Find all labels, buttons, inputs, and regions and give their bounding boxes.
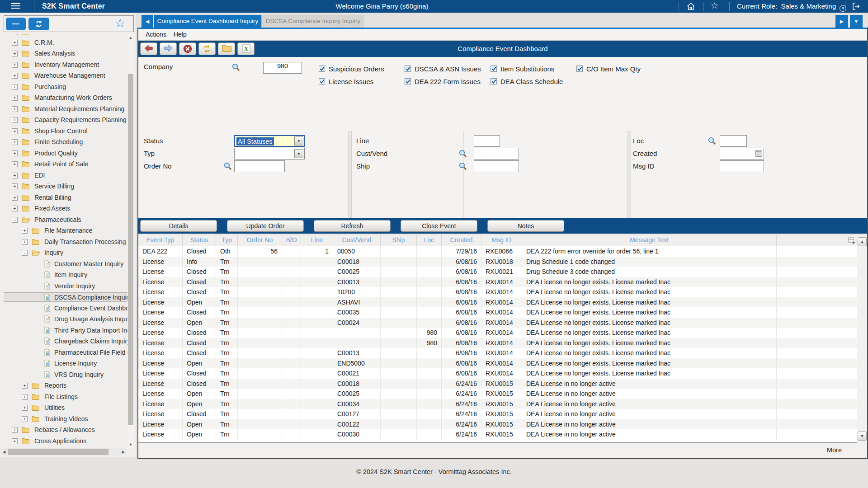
tree-expander[interactable]: + xyxy=(22,416,28,422)
tree-expander[interactable]: + xyxy=(12,84,18,90)
tree-expander[interactable]: - xyxy=(22,250,28,256)
tree-item-daily-transaction-processing[interactable]: +Daily Transaction Processing xyxy=(4,237,127,247)
tree-item-file-listings[interactable]: +File Listings xyxy=(4,392,127,402)
checkbox-dscsa-asn-issues[interactable] xyxy=(405,66,411,72)
column-header-ship[interactable]: Ship xyxy=(381,235,417,246)
refresh-tree-button[interactable] xyxy=(28,18,49,30)
line-input[interactable] xyxy=(474,135,500,147)
grid-row[interactable]: LicenseClosedTrnC000256/08/16RXU0021Drug… xyxy=(138,267,857,277)
favorite-star-icon[interactable]: ☆ xyxy=(711,0,721,10)
dropdown-arrow-icon[interactable]: ▼ xyxy=(294,149,303,158)
menu-actions[interactable]: Actions xyxy=(146,29,166,40)
loc-input[interactable] xyxy=(720,135,747,147)
tree-item-file-maintenance[interactable]: +File Maintenance xyxy=(4,226,127,235)
scroll-left-icon[interactable]: ◀ xyxy=(1,450,7,454)
tree-expander[interactable]: + xyxy=(12,150,18,156)
grid-row[interactable]: LicenseClosedTrn9806/08/16RXU0014DEA Lic… xyxy=(138,328,857,338)
checkbox-dea-class-schedule[interactable] xyxy=(491,78,497,84)
tree-expander[interactable]: + xyxy=(12,173,18,178)
tree-item-chargeback-claims-inquiry[interactable]: Chargeback Claims Inquiry xyxy=(4,337,127,346)
tree-item-third-party-data-import-inquiry[interactable]: Third Party Data Import Inquiry xyxy=(4,326,127,335)
tree-item-capacity-requirements-planning[interactable]: +Capacity Requirements Planning xyxy=(4,115,127,125)
tree-expander[interactable]: + xyxy=(22,383,28,389)
menu-help[interactable]: Help xyxy=(174,29,187,40)
order-no-input[interactable] xyxy=(234,160,285,172)
grid-row[interactable]: LicenseOpenTrnC000306/24/16RXU0015DEA Li… xyxy=(138,429,857,440)
cust-vend-input[interactable] xyxy=(474,148,519,160)
tree-item-vrs-drug-inquiry[interactable]: VRS Drug Inquiry xyxy=(4,370,127,380)
checkbox-item-substitutions[interactable] xyxy=(491,66,497,72)
tree-expander[interactable]: - xyxy=(12,217,18,223)
grid-row[interactable]: LicenseClosedTrnC000356/08/16RXU0014DEA … xyxy=(138,307,857,318)
tree-item-compliance-event-dashboard[interactable]: Compliance Event Dashboard xyxy=(4,304,127,313)
back-arrow-button[interactable] xyxy=(140,42,157,55)
checkbox-suspicious-orders[interactable] xyxy=(319,66,325,72)
tree-item-retail-point-of-sale[interactable]: +Retail Point of Sale xyxy=(4,160,127,169)
ship-input[interactable] xyxy=(474,160,519,172)
refresh-button[interactable]: Refresh xyxy=(314,220,391,232)
menu-hamburger-icon[interactable] xyxy=(11,3,20,9)
tree-item-material-requirements-planning[interactable]: +Material Requirements Planning xyxy=(4,104,127,114)
tree-item-utilities[interactable]: +Utilities xyxy=(4,403,127,413)
tree-vertical-scrollbar[interactable]: ▲ ▼ xyxy=(127,34,134,448)
tree-item-reports[interactable]: +Reports xyxy=(4,381,127,390)
cust-vend-search-icon[interactable] xyxy=(458,149,467,158)
column-header-order-no[interactable]: Order No xyxy=(238,235,282,246)
grid-row[interactable]: LicenseClosedTrnC001276/24/16RXU0015DEA … xyxy=(138,409,857,419)
typ-dropdown[interactable]: ▼ xyxy=(234,148,305,160)
tree-expander[interactable]: + xyxy=(12,195,18,201)
tree-item-fixed-assets[interactable]: +Fixed Assets xyxy=(4,204,127,213)
more-link[interactable]: More xyxy=(827,443,842,457)
tree-expander[interactable]: + xyxy=(12,73,18,79)
tree-expander[interactable]: + xyxy=(12,34,18,35)
tree-item-c-r-m-[interactable]: +C.R.M. xyxy=(4,38,127,47)
current-role[interactable]: Current Role: Sales & Marketing▼ xyxy=(737,0,846,13)
tree-expander[interactable]: + xyxy=(12,427,18,433)
home-icon[interactable] xyxy=(686,1,696,11)
column-header-b-o[interactable]: B/O xyxy=(282,235,301,246)
tree-item-vendor-inquiry[interactable]: Vendor Inquiry xyxy=(4,282,127,291)
grid-row[interactable]: LicenseOpenTrnC000346/24/16RXU0015DEA Li… xyxy=(138,399,857,409)
tree-horizontal-scrollbar[interactable]: ◀ ▶ xyxy=(1,448,127,455)
tree-expander[interactable]: + xyxy=(12,206,18,211)
tree-expander[interactable]: + xyxy=(22,228,28,234)
column-header-status[interactable]: Status xyxy=(183,235,216,246)
column-header-cust-vend[interactable]: Cust/Vend xyxy=(333,235,381,246)
grid-row[interactable]: LicenseClosedTrn102006/08/16RXU0014DEA L… xyxy=(138,287,857,297)
tree-item-pharmaceutical-file-field-chan[interactable]: Pharmaceutical File Field Chan xyxy=(4,348,127,357)
tree-item-product-quality[interactable]: +Product Quality xyxy=(4,149,127,158)
tree-item-customer-master-inquiry[interactable]: Customer Master Inquiry xyxy=(4,259,127,269)
msg-id-input[interactable] xyxy=(720,160,764,172)
status-dropdown[interactable]: All Statuses▼ xyxy=(234,135,305,147)
tree-expander[interactable]: + xyxy=(12,40,18,46)
checkbox-c-o-item-max-qty[interactable] xyxy=(576,66,583,72)
scrollbar-thumb[interactable] xyxy=(128,74,133,425)
stop-button[interactable] xyxy=(179,42,196,55)
grid-row[interactable]: LicenseClosedTrnC000136/08/16RXU0014DEA … xyxy=(138,277,857,287)
grid-row[interactable]: LicenseOpenTrnC000246/08/16RXU0014DEA Li… xyxy=(138,318,857,328)
dropdown-arrow-icon[interactable]: ▼ xyxy=(294,136,303,145)
close-event-button[interactable]: Close Event xyxy=(401,220,477,232)
grid-row[interactable]: LicenseOpenTrnEND50006/08/16RXU0014DEA L… xyxy=(138,358,857,369)
tab-scroll-right-button[interactable]: ▶ xyxy=(835,15,848,28)
company-input[interactable]: 980 xyxy=(263,62,302,74)
tab-compliance-event-dashboard[interactable]: Compliance Event Dashboard Inquiry xyxy=(154,15,261,28)
column-header-created[interactable]: Created xyxy=(442,235,481,246)
tree-expander[interactable]: + xyxy=(12,95,18,101)
column-header-typ[interactable]: Typ xyxy=(216,235,238,246)
notes-button[interactable]: Notes xyxy=(487,220,564,232)
tree-expander[interactable]: + xyxy=(12,106,18,112)
refresh-button[interactable] xyxy=(198,42,216,55)
order-no-search-icon[interactable] xyxy=(223,162,232,171)
tree-item-rental-billing[interactable]: +Rental Billing xyxy=(4,193,127,202)
logout-icon[interactable] xyxy=(851,1,861,11)
tree-expander[interactable]: + xyxy=(12,161,18,167)
tree-expander[interactable]: + xyxy=(22,405,28,411)
calendar-icon[interactable] xyxy=(755,150,762,157)
column-header-event-typ[interactable]: Event Typ xyxy=(138,235,183,246)
tree-item-warehouse-management[interactable]: +Warehouse Management xyxy=(4,71,127,80)
grid-scroll-up-icon[interactable]: ▲ xyxy=(858,237,867,246)
column-header-msg-id[interactable]: Msg ID xyxy=(481,235,522,246)
tree-item-item-inquiry[interactable]: Item Inquiry xyxy=(4,270,127,280)
update-order-button[interactable]: Update Order xyxy=(227,220,304,232)
